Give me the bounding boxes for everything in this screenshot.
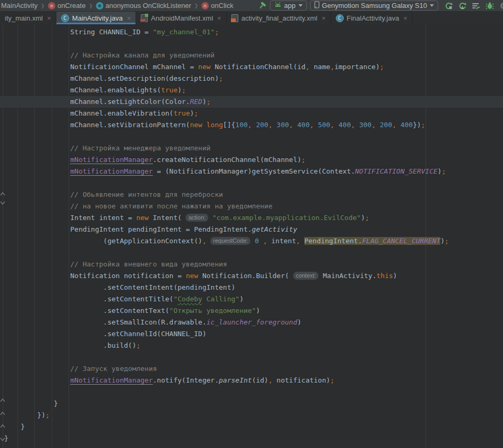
- code-line: [0, 386, 503, 398]
- code-line: [0, 38, 503, 50]
- tab-close-icon[interactable]: ×: [403, 14, 408, 22]
- code-line: }: [0, 398, 503, 409]
- profile-app-icon[interactable]: [472, 1, 480, 11]
- code-line: .setContentTitle("Codeby Calling"): [0, 293, 503, 305]
- tab-activity-final-acttivity-xml[interactable]: activity_final_acttivity.xml×: [227, 12, 331, 24]
- code-line: mNotificationManager = (NotificationMana…: [0, 166, 503, 177]
- breadcrumb-label: onCreate: [57, 2, 85, 9]
- code-line: [0, 177, 503, 189]
- apply-changes-icon[interactable]: [444, 1, 453, 11]
- run-actions: A: [444, 1, 503, 11]
- breadcrumb-item[interactable]: monCreate: [48, 2, 85, 9]
- toolbar-actions: app Genymotion Samsung Galaxy S10: [257, 1, 503, 11]
- code-editor[interactable]: String CHANNEL_ID = "my_channel_01"; // …: [0, 24, 503, 448]
- tab-ity-main-xml[interactable]: ity_main.xml×: [0, 12, 56, 24]
- tab-close-icon[interactable]: ×: [127, 14, 131, 22]
- code-line: }: [0, 421, 503, 433]
- class-file-icon: C: [61, 14, 69, 22]
- code-lines: String CHANNEL_ID = "my_channel_01"; // …: [0, 24, 503, 444]
- tab-label: activity_final_acttivity.xml: [241, 14, 317, 22]
- main-toolbar: MainActivity❯monCreate❯anonymous OnClick…: [0, 0, 503, 12]
- tab-close-icon[interactable]: ×: [47, 14, 51, 22]
- code-line: .build();: [0, 340, 503, 351]
- manifest-file-icon: MF: [141, 14, 148, 22]
- code-line: [0, 247, 503, 259]
- chevron-down-icon: [298, 4, 303, 7]
- code-line: });: [0, 409, 503, 421]
- tab-label: AndroidManifest.xml: [151, 14, 213, 22]
- android-studio-window: MainActivity❯monCreate❯anonymous OnClick…: [0, 0, 503, 448]
- tab-finalacttivity-java[interactable]: CFinalActtivity.java×: [331, 12, 413, 24]
- android-icon: [274, 2, 282, 9]
- debug-bug-icon[interactable]: [486, 1, 494, 11]
- code-line: .setSmallIcon(R.drawable.ic_launcher_for…: [0, 317, 503, 328]
- code-line: // Обьявление интентов для переброски: [0, 189, 503, 201]
- tab-label: MainActivity.java: [72, 14, 123, 22]
- code-line: .setChannelId(CHANNEL_ID): [0, 328, 503, 340]
- tab-label: ity_main.xml: [5, 14, 43, 22]
- editor-tabs: ity_main.xml×CMainActivity.java×MFAndroi…: [0, 12, 503, 24]
- code-line: // Запуск уведомления: [0, 363, 503, 375]
- breadcrumb-label: MainActivity: [1, 2, 37, 9]
- chevron-down-icon: [430, 4, 434, 7]
- breadcrumb-item[interactable]: anonymous OnClickListener: [96, 2, 191, 9]
- code-line: Notification notification = new Notifica…: [0, 270, 503, 282]
- code-line: String CHANNEL_ID = "my_channel_01";: [0, 26, 503, 38]
- code-line: Intent intent = new Intent( action: "com…: [0, 212, 503, 224]
- code-line: .setContentIntent(pendingIntent): [0, 282, 503, 293]
- tab-close-icon[interactable]: ×: [217, 14, 221, 22]
- breadcrumb-label: anonymous OnClickListener: [105, 2, 191, 9]
- code-line: // на новое активити после нажатия на ув…: [0, 201, 503, 212]
- attach-debugger-icon[interactable]: [499, 1, 503, 11]
- code-line: PendingIntent pendingIntent = PendingInt…: [0, 224, 503, 235]
- code-line: }: [0, 433, 503, 444]
- breadcrumb-label: onClick: [211, 2, 234, 9]
- code-line: NotificationChannel mChannel = new Notif…: [0, 61, 503, 73]
- code-line: // Настройка менеджера уведомлений: [0, 142, 503, 154]
- code-line: [0, 131, 503, 142]
- tab-androidmanifest-xml[interactable]: MFAndroidManifest.xml×: [136, 12, 226, 24]
- code-line: // Настройка канала для уведомлений: [0, 50, 503, 61]
- breadcrumb: MainActivity❯monCreate❯anonymous OnClick…: [0, 2, 234, 9]
- class-file-icon: C: [336, 14, 344, 22]
- code-line: mChannel.enableLights(true);: [0, 84, 503, 96]
- code-line: [0, 351, 503, 363]
- build-hammer-icon[interactable]: [257, 1, 267, 11]
- svg-text:A: A: [461, 5, 464, 10]
- device-label: Genymotion Samsung Galaxy S10: [322, 2, 427, 9]
- run-config-label: app: [284, 2, 296, 9]
- apply-code-changes-icon[interactable]: A: [458, 1, 467, 11]
- code-line: // Настройка внешнего вида уведомления: [0, 259, 503, 270]
- code-line: (getApplicationContext(), requestCode: 0…: [0, 235, 503, 247]
- anonymous-class-icon: [96, 2, 103, 9]
- method-icon: m: [48, 2, 55, 9]
- breadcrumb-separator-icon: ❯: [194, 3, 199, 8]
- code-line: mChannel.setVibrationPattern(new long[]{…: [0, 119, 503, 131]
- breadcrumb-separator-icon: ❯: [40, 3, 45, 8]
- code-line: mChannel.setLightColor(Color.RED);: [0, 96, 503, 108]
- phone-icon: [314, 1, 320, 10]
- breadcrumb-separator-icon: ❯: [88, 3, 93, 8]
- breadcrumb-item[interactable]: monClick: [201, 2, 234, 9]
- tab-mainactivity-java[interactable]: CMainActivity.java×: [56, 12, 136, 24]
- code-line: .setContentText("Открыть уведомление"): [0, 305, 503, 317]
- tab-label: FinalActtivity.java: [347, 14, 399, 22]
- run-config-selector[interactable]: app: [270, 1, 307, 11]
- xml-file-icon: [231, 14, 238, 22]
- device-selector[interactable]: Genymotion Samsung Galaxy S10: [310, 1, 438, 11]
- code-line: mChannel.setDescription(description);: [0, 73, 503, 84]
- code-line: mNotificationManager.notify(Integer.pars…: [0, 375, 503, 386]
- code-line: mNotificationManager.createNotificationC…: [0, 154, 503, 166]
- method-icon: m: [201, 2, 209, 9]
- tab-close-icon[interactable]: ×: [322, 14, 326, 22]
- breadcrumb-item[interactable]: MainActivity: [1, 2, 37, 9]
- code-line: mChannel.enableVibration(true);: [0, 108, 503, 119]
